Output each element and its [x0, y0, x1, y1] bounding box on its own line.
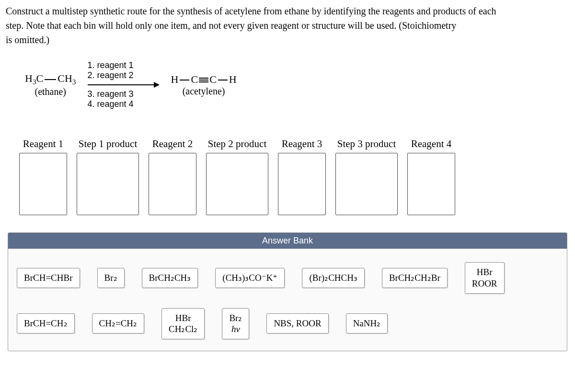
tile-text-top: Br₂ — [229, 312, 242, 324]
single-bond-icon — [45, 79, 56, 80]
drop-bin-reagent-3[interactable] — [278, 153, 326, 215]
drop-col-step1-product: Step 1 product — [77, 138, 139, 215]
drop-col-reagent-4: Reagent 4 — [407, 138, 455, 215]
answer-bank-items: BrCH=CHBr Br₂ BrCH₂CH₃ (CH₃)₃CO⁻K⁺ (Br)₂… — [8, 249, 567, 342]
tile-br2chch3[interactable]: (Br)₂CHCH₃ — [302, 268, 364, 288]
drop-bin-reagent-2[interactable] — [149, 153, 196, 215]
tile-text: BrCH=CHBr — [24, 273, 73, 283]
tile-text-bottom: ROOR — [472, 278, 497, 289]
tile-text: NaNH₂ — [353, 318, 381, 328]
drop-bin-step2-product[interactable] — [206, 153, 268, 215]
answer-bank: Answer Bank BrCH=CHBr Br₂ BrCH₂CH₃ (CH₃)… — [8, 232, 567, 351]
tile-nbs-roor[interactable]: NBS, ROOR — [266, 313, 328, 334]
tile-text: CH₂=CH₂ — [99, 318, 138, 328]
tile-brch2ch2br[interactable]: BrCH₂CH₂Br — [382, 268, 448, 288]
f-c: C — [36, 72, 44, 84]
question-line-1: Construct a multistep synthetic route fo… — [6, 6, 496, 16]
tile-text: (Br)₂CHCH₃ — [309, 273, 357, 283]
drop-label: Reagent 4 — [411, 138, 452, 150]
question-line-3: is omitted.) — [6, 35, 49, 45]
drop-bin-step1-product[interactable] — [77, 153, 139, 215]
synthesis-scheme: H3CCH3 (ethane) 1. reagent 1 2. reagent … — [25, 60, 569, 109]
product-label: (acetylene) — [171, 86, 237, 97]
reaction-arrow-block: 1. reagent 1 2. reagent 2 3. reagent 3 4… — [88, 60, 160, 109]
starting-material-label: (ethane) — [25, 86, 76, 97]
f-sub2: 3 — [72, 78, 76, 86]
drop-label: Step 1 product — [79, 138, 137, 150]
f-sub1: 3 — [33, 78, 36, 86]
tile-text: BrCH₂CH₂Br — [389, 273, 440, 283]
answer-bank-header: Answer Bank — [8, 233, 567, 249]
tile-brch2ch3[interactable]: BrCH₂CH₃ — [142, 268, 198, 288]
p-c2: C — [209, 73, 217, 85]
tile-text: Br₂ — [104, 273, 117, 283]
drop-col-reagent-3: Reagent 3 — [278, 138, 326, 215]
single-bond-icon — [218, 80, 228, 81]
f-h: H — [25, 72, 33, 84]
f-ch: CH — [58, 72, 72, 84]
p-h2: H — [229, 73, 237, 85]
drop-col-step2-product: Step 2 product — [206, 138, 268, 215]
triple-bond-icon — [199, 77, 208, 83]
drop-bin-reagent-1[interactable] — [19, 153, 67, 215]
tile-brch-chbr[interactable]: BrCH=CHBr — [17, 268, 80, 288]
drop-label: Step 2 product — [208, 138, 266, 150]
drop-label: Step 3 product — [337, 138, 396, 150]
tile-hbr-roor[interactable]: HBr ROOR — [465, 262, 505, 294]
tile-text-top: HBr — [472, 266, 497, 278]
reagent-2-label: 2. reagent 2 — [88, 70, 160, 81]
tile-text: BrCH=CH₂ — [24, 318, 68, 328]
drop-col-reagent-1: Reagent 1 — [19, 138, 67, 215]
p-c1: C — [191, 73, 198, 85]
drop-targets-row: Reagent 1 Step 1 product Reagent 2 Step … — [19, 138, 569, 215]
tile-brch-ch2[interactable]: BrCH=CH₂ — [17, 313, 75, 334]
question-text: Construct a multistep synthetic route fo… — [6, 4, 569, 47]
tile-nanh2[interactable]: NaNH₂ — [346, 313, 388, 334]
tile-text: (CH₃)₃CO⁻K⁺ — [222, 273, 277, 283]
drop-bin-reagent-4[interactable] — [407, 153, 455, 215]
drop-label: Reagent 3 — [282, 138, 322, 150]
drop-bin-step3-product[interactable] — [335, 153, 398, 215]
reaction-arrow-icon — [88, 81, 160, 88]
reagent-4-label: 4. reagent 4 — [88, 99, 160, 109]
tile-text-bottom: CH₂Cl₂ — [169, 323, 197, 335]
tile-text: NBS, ROOR — [274, 318, 321, 328]
drop-col-reagent-2: Reagent 2 — [149, 138, 196, 215]
reagent-3-label: 3. reagent 3 — [88, 89, 160, 99]
drop-col-step3-product: Step 3 product — [335, 138, 398, 215]
tile-ch2-ch2[interactable]: CH₂=CH₂ — [92, 313, 145, 334]
tile-br2-hv[interactable]: Br₂ hv — [222, 308, 249, 340]
tile-br2[interactable]: Br₂ — [97, 268, 125, 288]
p-h1: H — [171, 73, 179, 85]
tile-text: BrCH₂CH₃ — [149, 273, 191, 283]
tile-text-top: HBr — [169, 312, 197, 324]
drop-label: Reagent 1 — [23, 138, 64, 150]
question-line-2: step. Note that each bin will hold only … — [6, 20, 456, 31]
tile-text-bottom: hv — [229, 323, 242, 335]
reagent-1-label: 1. reagent 1 — [88, 60, 160, 70]
tile-tbutoxide[interactable]: (CH₃)₃CO⁻K⁺ — [215, 268, 285, 288]
product: HCCH (acetylene) — [171, 73, 237, 97]
tile-hbr-ch2cl2[interactable]: HBr CH₂Cl₂ — [161, 308, 205, 340]
single-bond-icon — [180, 80, 189, 81]
drop-label: Reagent 2 — [152, 138, 193, 150]
starting-material: H3CCH3 (ethane) — [25, 72, 76, 97]
